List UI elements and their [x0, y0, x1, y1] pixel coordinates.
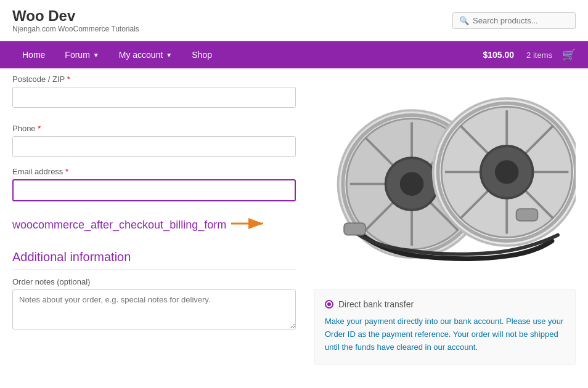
order-notes-label: Order notes (optional): [12, 277, 296, 286]
postcode-group: Postcode / ZIP *: [12, 75, 296, 108]
cart-price: $105.00: [483, 50, 514, 60]
site-nav: Home Forum ▼ My account ▼ Shop $105.00 2…: [0, 41, 588, 68]
forum-dropdown-arrow: ▼: [93, 52, 99, 59]
order-notes-group: Order notes (optional): [12, 277, 296, 331]
postcode-section: Postcode / ZIP *: [12, 75, 296, 124]
product-image: [314, 81, 576, 270]
hook-section: woocommerce_after_checkout_billing_form: [12, 211, 296, 238]
email-required: *: [65, 167, 68, 176]
nav-right: $105.00 2 items 🛒: [483, 48, 576, 62]
order-notes-textarea[interactable]: [12, 289, 296, 329]
hook-text: woocommerce_after_checkout_billing_form: [12, 217, 226, 233]
email-group: Email address *: [12, 167, 296, 201]
email-label: Email address *: [12, 167, 296, 176]
main-content: Postcode / ZIP * Phone * Email address *: [0, 68, 588, 374]
hook-arrow: [231, 215, 268, 234]
payment-option: Direct bank transfer: [325, 299, 565, 309]
cart-icon[interactable]: 🛒: [562, 48, 576, 62]
phone-label: Phone *: [12, 124, 296, 133]
site-title: Woo Dev: [12, 7, 139, 25]
site-header: Woo Dev Njengah.com WooCommerce Tutorial…: [0, 0, 588, 41]
additional-info-section: Additional information Order notes (opti…: [12, 250, 296, 331]
email-input[interactable]: [12, 179, 296, 201]
postcode-required: *: [67, 75, 70, 84]
svg-rect-20: [344, 223, 365, 235]
right-column: Direct bank transfer Make your payment d…: [314, 68, 576, 374]
postcode-label: Postcode / ZIP *: [12, 75, 296, 84]
radio-dot-inner: [327, 302, 331, 306]
payment-label: Direct bank transfer: [338, 299, 414, 309]
postcode-input[interactable]: [12, 87, 296, 108]
nav-item-forum[interactable]: Forum ▼: [55, 41, 108, 68]
svg-point-18: [495, 160, 519, 184]
search-box[interactable]: 🔍: [452, 12, 576, 29]
payment-box: Direct bank transfer Make your payment d…: [314, 289, 576, 364]
payment-description: Make your payment directly into our bank…: [325, 315, 565, 354]
nav-left: Home Forum ▼ My account ▼ Shop: [12, 41, 222, 68]
site-subtitle: Njengah.com WooCommerce Tutorials: [12, 25, 139, 33]
phone-required: *: [38, 124, 41, 133]
payment-radio[interactable]: [325, 300, 333, 309]
nav-item-myaccount[interactable]: My account ▼: [109, 41, 182, 68]
myaccount-dropdown-arrow: ▼: [166, 52, 172, 59]
nav-item-home[interactable]: Home: [12, 41, 55, 68]
product-image-area: [314, 75, 576, 277]
site-branding: Woo Dev Njengah.com WooCommerce Tutorial…: [12, 7, 139, 33]
additional-info-title: Additional information: [12, 250, 296, 270]
svg-point-9: [400, 172, 424, 196]
form-column: Postcode / ZIP * Phone * Email address *: [12, 68, 296, 374]
search-input[interactable]: [473, 16, 569, 25]
search-icon: 🔍: [459, 16, 469, 25]
svg-rect-21: [517, 209, 538, 220]
nav-item-shop[interactable]: Shop: [182, 41, 222, 68]
cart-items-count: 2 items: [526, 51, 552, 60]
phone-group: Phone *: [12, 124, 296, 157]
phone-input[interactable]: [12, 136, 296, 157]
